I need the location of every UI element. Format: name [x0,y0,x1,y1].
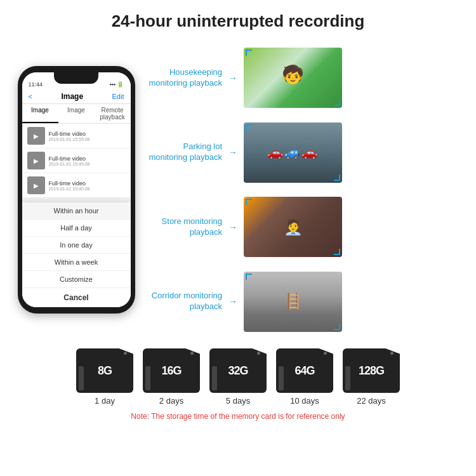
phone-notch [54,72,98,84]
phone-video-info-3: Full-time video 2019-01-01 15:40:08 [49,180,126,191]
storage-16g-days: 2 days [159,396,183,406]
scene-parking: Parking lotmonitoring playback → 🚗🚙🚗 [146,122,463,183]
phone-edit-button[interactable]: Edit [112,93,124,100]
phone-video-info-2: Full-time video 2019-01-01 15:45:08 [49,155,126,166]
dropdown-item-week[interactable]: Within a week [22,254,131,271]
scene-housekeeping: Housekeepingmonitoring playback → 🧒 [146,48,463,108]
phone-video-title-1: Full-time video [49,131,126,137]
sd-card-8g-label: 8G [98,364,112,378]
page-title: 24-hour uninterrupted recording [6,11,470,31]
phone-screen-title: Image [61,92,83,101]
page-header: 24-hour uninterrupted recording [0,0,476,37]
phone-video-date-1: 2019-01-01 15:55:08 [49,137,126,142]
phone-video-list: ▶ Full-time video 2019-01-01 15:55:08 ▶ … [22,124,131,198]
storage-cards: 8G 1 day 16G 2 days 32G 5 days 64G 10 da… [76,348,400,406]
dropdown-item-half-day[interactable]: Half a day [22,220,131,237]
sd-card-128g-label: 128G [359,364,384,378]
scene-corridor-image: 🪜 [244,272,342,332]
housekeeping-figure: 🧒 [282,64,304,85]
main-content: 11:44 ▪▪▪ 🔋 < Image Edit Image Image Rem… [0,37,476,342]
sd-card-16g-label: 16G [161,364,181,378]
sd-card-32g-label: 32G [228,364,248,378]
sd-card-8g-dot [124,352,127,355]
corridor-figure: 🪜 [284,293,303,310]
scene-parking-image: 🚗🚙🚗 [244,122,342,183]
phone-video-date-3: 2019-01-01 15:40:08 [49,187,126,191]
dropdown-cancel-button[interactable]: Cancel [22,288,131,307]
phone-dropdown: Within an hour Half a day In one day Wit… [22,202,131,307]
scene-housekeeping-arrow: → [228,73,237,83]
scene-store-inner: 🧑‍💼 [244,197,342,257]
phone-mockup: 11:44 ▪▪▪ 🔋 < Image Edit Image Image Rem… [13,37,140,342]
phone-time: 11:44 [29,81,43,88]
phone-tabs: Image Image Remote playback [22,104,131,124]
scene-store: Store monitoringplayback → 🧑‍💼 [146,197,463,257]
dropdown-item-one-day[interactable]: In one day [22,237,131,254]
storage-64g-days: 10 days [290,396,319,406]
phone-nav-bar: < Image Edit [22,89,131,104]
sd-card-128g-dot [390,352,393,355]
storage-card-64g: 64G 10 days [276,348,333,406]
storage-section: 8G 1 day 16G 2 days 32G 5 days 64G 10 da… [0,342,476,424]
phone-screen: 11:44 ▪▪▪ 🔋 < Image Edit Image Image Rem… [22,72,131,307]
phone-back-button[interactable]: < [29,93,32,100]
phone-video-item-1[interactable]: ▶ Full-time video 2019-01-01 15:55:08 [22,124,131,149]
sd-card-32g-dot [257,352,260,355]
phone-video-title-2: Full-time video [49,155,126,162]
phone-signal: ▪▪▪ 🔋 [109,81,124,88]
storage-card-8g: 8G 1 day [76,348,133,406]
storage-card-128g: 128G 22 days [343,348,400,406]
scenes-container: Housekeepingmonitoring playback → 🧒 Park… [146,37,463,342]
phone-video-title-3: Full-time video [49,180,126,187]
sd-card-8g: 8G [76,348,133,393]
sd-card-32g: 32G [209,348,267,393]
phone-video-thumb-2: ▶ [27,152,45,169]
scene-housekeeping-label: Housekeepingmonitoring playback [146,67,222,89]
storage-note: Note: The storage time of the memory car… [131,412,345,421]
dropdown-item-customize[interactable]: Customize [22,271,131,288]
parking-figure: 🚗🚙🚗 [267,145,319,160]
phone-tab-image2[interactable]: Image [58,104,95,123]
scene-store-label: Store monitoringplayback [146,216,222,238]
scene-corridor: Corridor monitoringplayback → 🪜 [146,272,463,332]
phone-video-date-2: 2019-01-01 15:45:08 [49,162,126,166]
phone-video-item-2[interactable]: ▶ Full-time video 2019-01-01 15:45:08 [22,149,131,173]
store-figure: 🧑‍💼 [284,218,303,236]
storage-8g-days: 1 day [95,396,115,406]
scene-corridor-inner: 🪜 [244,272,342,332]
sd-card-16g-dot [190,352,194,355]
scene-housekeeping-inner: 🧒 [244,48,342,108]
scene-store-arrow: → [228,222,237,232]
phone-video-item-3[interactable]: ▶ Full-time video 2019-01-01 15:40:08 [22,173,131,198]
phone-video-thumb-3: ▶ [27,176,45,194]
sd-card-64g: 64G [276,348,333,393]
sd-card-16g: 16G [143,348,200,393]
scene-corridor-label: Corridor monitoringplayback [146,291,222,312]
phone-body: 11:44 ▪▪▪ 🔋 < Image Edit Image Image Rem… [18,66,135,314]
sd-card-64g-dot [324,352,327,355]
storage-card-32g: 32G 5 days [209,348,267,406]
sd-card-128g: 128G [343,348,400,393]
scene-parking-label: Parking lotmonitoring playback [146,142,222,163]
phone-tab-remote[interactable]: Remote playback [95,104,131,123]
scene-housekeeping-image: 🧒 [244,48,342,108]
phone-video-info-1: Full-time video 2019-01-01 15:55:08 [49,131,126,142]
dropdown-item-within-hour[interactable]: Within an hour [22,202,131,220]
scene-store-image: 🧑‍💼 [244,197,342,257]
storage-32g-days: 5 days [226,396,250,406]
phone-video-thumb-1: ▶ [27,127,45,145]
storage-card-16g: 16G 2 days [143,348,200,406]
storage-128g-days: 22 days [357,396,386,406]
phone-tab-image[interactable]: Image [22,104,58,123]
scene-parking-arrow: → [228,147,237,157]
sd-card-64g-label: 64G [294,364,314,378]
scene-corridor-arrow: → [228,296,237,307]
scene-parking-inner: 🚗🚙🚗 [244,122,342,183]
